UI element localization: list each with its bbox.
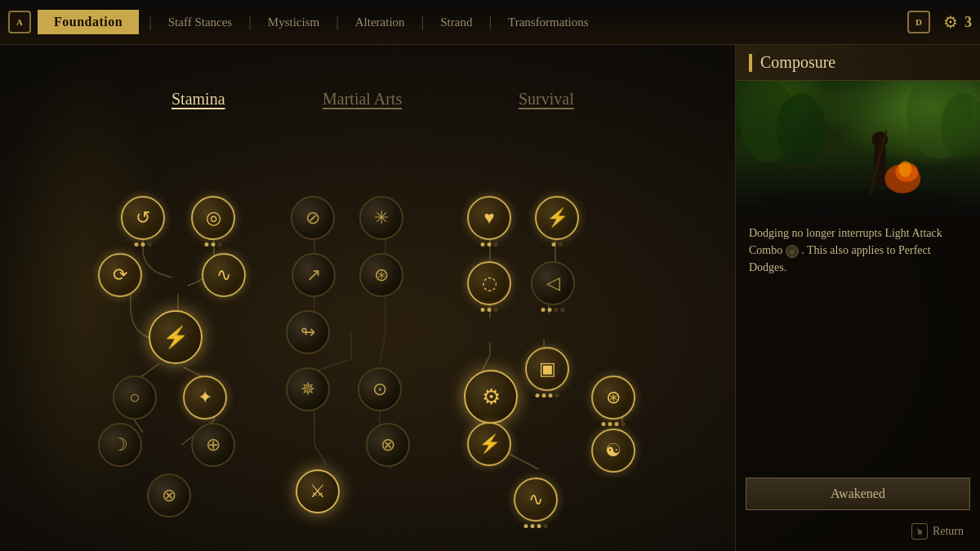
separator-4: |	[421, 14, 425, 31]
node-s1-icon: ↺	[136, 207, 150, 229]
pip	[536, 393, 540, 398]
tab-strand[interactable]: Strand	[434, 12, 479, 33]
node-m7[interactable]: ⊙	[358, 367, 402, 411]
node-v9[interactable]: ☯	[591, 429, 635, 473]
node-s2[interactable]: ◎	[191, 196, 235, 240]
node-m7-icon: ⊙	[372, 379, 387, 400]
pip	[141, 242, 145, 247]
controller-btn-left[interactable]: A	[8, 11, 31, 33]
svg-point-6	[898, 161, 911, 177]
separator-3: |	[336, 14, 339, 31]
node-v1[interactable]: ♥	[467, 196, 511, 240]
tab-alteration[interactable]: Alteration	[349, 12, 412, 33]
awakened-button[interactable]: Awakened	[746, 478, 970, 510]
node-m2-icon: ✳	[374, 207, 389, 229]
pip-empty	[544, 524, 548, 528]
separator-1: |	[149, 14, 152, 31]
node-v6[interactable]: ▣	[525, 347, 569, 391]
node-m6-icon: ✵	[301, 379, 315, 400]
tab-staff-stances[interactable]: Staff Stances	[162, 12, 238, 33]
node-m6[interactable]: ✵	[286, 367, 330, 411]
panel-description: Dodging no longer interrupts Light Attac…	[736, 211, 980, 289]
pip	[542, 393, 546, 398]
pip-empty	[559, 242, 563, 247]
node-s5-center-icon: ⚡	[163, 325, 189, 350]
panel-image	[736, 81, 980, 211]
node-v6-pips	[536, 393, 559, 398]
return-button[interactable]: 🖱 Return	[911, 523, 964, 540]
node-m1[interactable]: ⊘	[291, 196, 335, 240]
node-s1[interactable]: ↺	[121, 196, 165, 240]
node-v5-center[interactable]: ⚙	[464, 370, 518, 424]
node-v1-icon: ♥	[483, 207, 494, 229]
tab-mysticism[interactable]: Mysticism	[261, 12, 326, 33]
node-s8-icon: ☽	[112, 434, 128, 455]
tab-transformations[interactable]: Transformations	[501, 12, 595, 33]
pip-empty	[561, 308, 565, 312]
node-m9[interactable]: ⊗	[366, 423, 410, 467]
node-v10-pips	[524, 524, 548, 528]
node-v8-icon: ⚡	[479, 433, 501, 455]
awakened-label: Awakened	[831, 487, 885, 501]
node-v5-center-icon: ⚙	[482, 384, 501, 410]
node-v2-icon: ⚡	[546, 207, 568, 229]
node-v10-icon: ∿	[528, 489, 543, 510]
node-s10[interactable]: ⊗	[147, 473, 191, 518]
node-s2-pips	[205, 242, 222, 247]
connections-svg	[0, 45, 735, 551]
panel-title-bar: Composure	[736, 45, 980, 81]
pip	[481, 308, 485, 312]
node-m3[interactable]: ↗	[292, 253, 336, 297]
skill-points: 3	[964, 14, 972, 31]
pip-empty	[494, 242, 498, 247]
node-m2[interactable]: ✳	[359, 196, 403, 240]
pip	[608, 422, 612, 426]
node-v3[interactable]: ◌	[467, 261, 511, 305]
node-v10[interactable]: ∿	[514, 478, 558, 522]
node-s6[interactable]: ○	[113, 375, 157, 420]
node-s8[interactable]: ☽	[98, 423, 142, 467]
node-m9-icon: ⊗	[381, 434, 395, 455]
node-s10-icon: ⊗	[162, 485, 176, 506]
pip-empty	[494, 308, 498, 312]
scene-svg	[736, 81, 980, 211]
node-s3b[interactable]: ∿	[202, 253, 246, 297]
node-v2[interactable]: ⚡	[535, 196, 579, 240]
right-panel: Composure	[735, 45, 980, 551]
pip	[552, 242, 556, 247]
pip	[615, 422, 619, 426]
node-s5-center[interactable]: ⚡	[149, 310, 203, 364]
controller-btn-right[interactable]: D	[907, 11, 930, 33]
pip	[488, 242, 492, 247]
column-header-martial: Martial Arts	[323, 90, 402, 109]
svg-point-8	[777, 93, 826, 167]
node-m5[interactable]: ↬	[286, 310, 330, 354]
node-v4[interactable]: ◁	[531, 261, 575, 305]
node-m8-icon: ⚔	[310, 481, 326, 502]
node-v4-pips	[541, 308, 565, 312]
node-m4-icon: ⊛	[374, 264, 389, 286]
node-v7-pips	[602, 422, 626, 426]
pip	[531, 524, 535, 528]
node-v3-pips	[481, 308, 498, 312]
node-v7[interactable]: ⊛	[591, 375, 635, 420]
main-content: Stamina Martial Arts Survival	[0, 45, 980, 551]
node-v8[interactable]: ⚡	[467, 422, 511, 466]
node-m8[interactable]: ⚔	[296, 469, 340, 513]
node-s2-icon: ◎	[206, 207, 221, 229]
node-v4-icon: ◁	[546, 273, 560, 294]
node-s3a[interactable]: ⟳	[98, 253, 142, 297]
pip	[537, 524, 541, 528]
node-s3a-icon: ⟳	[113, 264, 127, 286]
nav-bar: A Foundation | Staff Stances | Mysticism…	[0, 0, 980, 45]
pip	[212, 242, 216, 247]
node-v6-icon: ▣	[539, 358, 556, 380]
pip-empty	[621, 422, 626, 426]
node-m4[interactable]: ⊛	[359, 253, 403, 297]
node-s9[interactable]: ⊕	[191, 423, 235, 467]
pip	[549, 393, 553, 398]
node-s7[interactable]: ✦	[183, 375, 227, 420]
node-s7-icon: ✦	[198, 387, 212, 408]
pip	[602, 422, 606, 426]
tab-foundation[interactable]: Foundation	[38, 10, 139, 34]
